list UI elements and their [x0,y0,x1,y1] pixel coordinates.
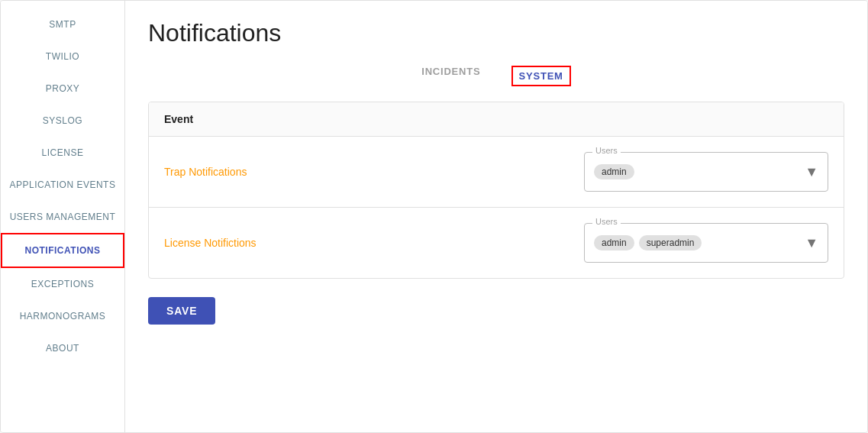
table-row: Trap Notifications Users admin ▼ [149,137,844,208]
tab-incidents[interactable]: INCIDENTS [421,66,480,86]
license-users-field-label: Users [592,217,621,226]
sidebar-item-about[interactable]: ABOUT [1,332,124,364]
license-notifications-label: License Notifictions [164,237,584,249]
sidebar-item-twilio[interactable]: TWILIO [1,40,124,73]
notifications-table: Event Trap Notifications Users admin ▼ L… [148,102,844,279]
sidebar-item-harmonograms[interactable]: HARMONOGRAMS [1,300,124,332]
trap-users-select-box[interactable]: Users admin ▼ [584,152,828,192]
license-users-select-box[interactable]: Users admin superadmin ▼ [584,223,828,263]
save-button[interactable]: SAVE [148,297,215,325]
sidebar: SMTP TWILIO PROXY SYSLOG LICENSE APPLICA… [1,1,125,432]
sidebar-item-exceptions[interactable]: EXCEPTIONS [1,268,124,300]
license-users-select[interactable]: Users admin superadmin ▼ [584,223,828,263]
tabs-bar: INCIDENTS SYSTEM [148,66,844,86]
trap-users-select[interactable]: Users admin ▼ [584,152,828,192]
trap-dropdown-arrow-icon: ▼ [805,164,818,180]
sidebar-item-users-management[interactable]: USERS MANAGEMENT [1,201,124,233]
main-content: Notifications INCIDENTS SYSTEM Event Tra… [125,1,867,432]
sidebar-item-application-events[interactable]: APPLICATION EVENTS [1,169,124,201]
trap-user-chip-admin: admin [594,164,634,179]
license-user-chip-admin: admin [594,235,634,250]
sidebar-item-license[interactable]: LICENSE [1,137,124,169]
page-title: Notifications [148,19,844,47]
table-header: Event [149,102,844,137]
tab-system[interactable]: SYSTEM [511,66,571,86]
trap-notifications-label: Trap Notifications [164,166,584,178]
license-user-chip-superadmin: superadmin [639,235,702,250]
sidebar-item-smtp[interactable]: SMTP [1,8,124,40]
trap-users-field-label: Users [592,146,621,155]
table-row: License Notifictions Users admin superad… [149,208,844,278]
sidebar-item-notifications[interactable]: NOTIFICATIONS [1,233,124,268]
sidebar-item-proxy[interactable]: PROXY [1,73,124,105]
license-dropdown-arrow-icon: ▼ [805,235,818,251]
sidebar-item-syslog[interactable]: SYSLOG [1,105,124,137]
